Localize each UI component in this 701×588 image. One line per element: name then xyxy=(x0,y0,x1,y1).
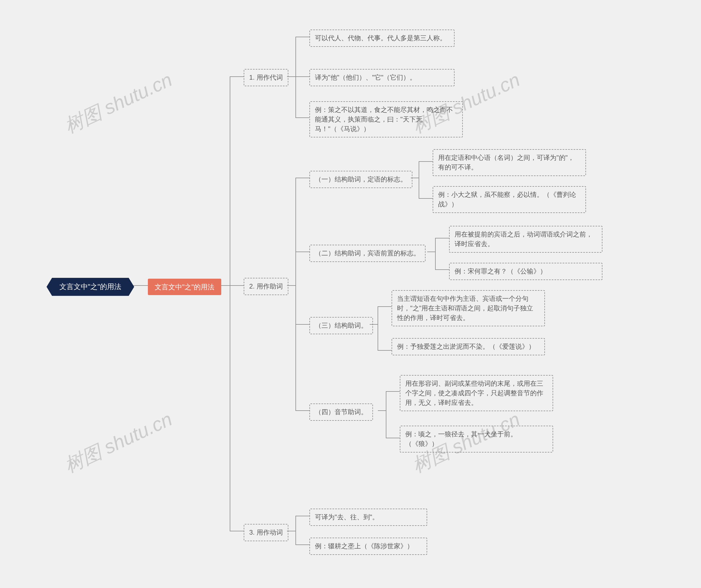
branch-2c[interactable]: （三）结构助词。 xyxy=(309,317,373,334)
branch-2a-child-2[interactable]: 例：小大之狱，虽不能察，必以情。（《曹刿论战》） xyxy=(433,186,586,213)
branch-2a-child-1[interactable]: 用在定语和中心语（名词）之间，可译为"的"，有的可不译。 xyxy=(433,149,586,176)
branch-2[interactable]: 2. 用作助词 xyxy=(244,278,288,295)
branch-2c-child-1[interactable]: 当主谓短语在句中作为主语、宾语或一个分句时，"之"用在主语和谓语之间，起取消句子… xyxy=(392,290,545,326)
branch-2b[interactable]: （二）结构助词，宾语前置的标志。 xyxy=(309,245,426,262)
branch-1-child-2[interactable]: 译为"他"（他们）、"它"（它们）。 xyxy=(309,69,455,86)
branch-1[interactable]: 1. 用作代词 xyxy=(244,69,288,86)
watermark: 树图 shutu.cn xyxy=(60,406,176,479)
branch-2a[interactable]: （一）结构助词，定语的标志。 xyxy=(309,171,412,188)
sub1-node[interactable]: 文言文中"之"的用法 xyxy=(148,279,221,295)
branch-2d-child-1[interactable]: 用在形容词、副词或某些动词的末尾，或用在三个字之间，使之凑成四个字，只起调整音节… xyxy=(400,375,553,411)
branch-2b-child-2[interactable]: 例：宋何罪之有？（《公输》） xyxy=(449,263,603,280)
branch-3-child-1[interactable]: 可译为"去、往、到"。 xyxy=(309,509,427,526)
branch-1-child-1[interactable]: 可以代人、代物、代事。代人多是第三人称。 xyxy=(309,30,455,47)
branch-3-child-2[interactable]: 例：辍耕之垄上（《陈涉世家》） xyxy=(309,538,427,555)
branch-2d[interactable]: （四）音节助词。 xyxy=(309,403,373,421)
branch-2d-child-2[interactable]: 例：顷之，一狼径去，其一犬坐于前。（《狼》） xyxy=(400,426,553,453)
branch-2b-child-1[interactable]: 用在被提前的宾语之后，动词谓语或介词之前，译时应省去。 xyxy=(449,226,603,253)
root-node[interactable]: 文言文中"之"的用法 xyxy=(46,278,134,296)
branch-2c-child-2[interactable]: 例：予独爱莲之出淤泥而不染。（《爱莲说》） xyxy=(392,338,545,355)
watermark: 树图 shutu.cn xyxy=(60,67,176,139)
branch-3[interactable]: 3. 用作动词 xyxy=(244,524,288,541)
branch-1-child-3[interactable]: 例：策之不以其道，食之不能尽其材，鸣之而不能通其义，执策而临之，曰："天下无马！… xyxy=(309,101,463,137)
